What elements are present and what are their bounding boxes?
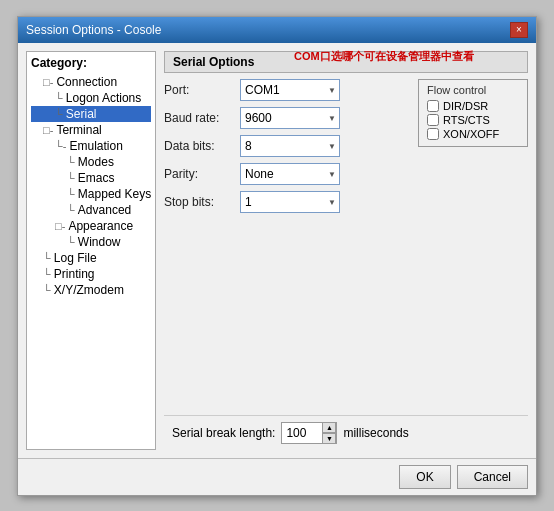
- baud-select-wrapper[interactable]: 9600 19200 38400 57600 115200: [240, 107, 340, 129]
- tree-terminal[interactable]: □- Terminal: [31, 122, 151, 138]
- tree-advanced[interactable]: └ Advanced: [31, 202, 151, 218]
- rts-cts-checkbox[interactable]: [427, 114, 439, 126]
- tree-xyzmodem[interactable]: └ X/Y/Zmodem: [31, 282, 151, 298]
- databits-label: Data bits:: [164, 139, 234, 153]
- tree-mapped-keys[interactable]: └ Mapped Keys: [31, 186, 151, 202]
- stopbits-select-wrapper[interactable]: 1 1.5 2: [240, 191, 340, 213]
- tree-emacs[interactable]: └ Emacs: [31, 170, 151, 186]
- stopbits-row: Stop bits: 1 1.5 2: [164, 191, 410, 213]
- tree-logon-actions[interactable]: └ Logon Actions: [31, 90, 151, 106]
- tree-log-file[interactable]: └ Log File: [31, 250, 151, 266]
- flow-control-title: Flow control: [427, 84, 519, 96]
- cancel-button[interactable]: Cancel: [457, 465, 528, 489]
- form-fields: Port: COM1 COM2 COM3 COM4 Baud rate: [164, 79, 410, 405]
- window-title: Session Options - Cosole: [26, 23, 161, 37]
- xon-xoff-row: XON/XOFF: [427, 128, 519, 140]
- stopbits-select[interactable]: 1 1.5 2: [240, 191, 340, 213]
- title-bar: Session Options - Cosole ×: [18, 17, 536, 43]
- form-area: Port: COM1 COM2 COM3 COM4 Baud rate: [164, 79, 528, 405]
- dir-dsr-checkbox[interactable]: [427, 100, 439, 112]
- port-select[interactable]: COM1 COM2 COM3 COM4: [240, 79, 340, 101]
- serial-break-spinner[interactable]: ▲ ▼: [281, 422, 337, 444]
- tree-printing[interactable]: └ Printing: [31, 266, 151, 282]
- bottom-bar: OK Cancel: [18, 458, 536, 495]
- session-options-dialog: Session Options - Cosole × Category: □- …: [17, 16, 537, 496]
- baud-label: Baud rate:: [164, 111, 234, 125]
- xon-xoff-label: XON/XOFF: [443, 128, 499, 140]
- parity-label: Parity:: [164, 167, 234, 181]
- tree-window[interactable]: └ Window: [31, 234, 151, 250]
- stopbits-label: Stop bits:: [164, 195, 234, 209]
- baud-row: Baud rate: 9600 19200 38400 57600 115200: [164, 107, 410, 129]
- port-row: Port: COM1 COM2 COM3 COM4: [164, 79, 410, 101]
- serial-break-input[interactable]: [282, 423, 322, 443]
- port-label: Port:: [164, 83, 234, 97]
- parity-select-wrapper[interactable]: None Even Odd Mark Space: [240, 163, 340, 185]
- rts-cts-row: RTS/CTS: [427, 114, 519, 126]
- tree-connection[interactable]: □- Connection: [31, 74, 151, 90]
- ok-button[interactable]: OK: [399, 465, 450, 489]
- spinner-buttons: ▲ ▼: [322, 422, 336, 444]
- baud-select[interactable]: 9600 19200 38400 57600 115200: [240, 107, 340, 129]
- spinner-up[interactable]: ▲: [322, 422, 336, 433]
- xon-xoff-checkbox[interactable]: [427, 128, 439, 140]
- serial-break-row: Serial break length: ▲ ▼ milliseconds: [164, 415, 528, 450]
- category-label: Category:: [31, 56, 151, 70]
- databits-select[interactable]: 8 7 6 5: [240, 135, 340, 157]
- close-button[interactable]: ×: [510, 22, 528, 38]
- parity-select[interactable]: None Even Odd Mark Space: [240, 163, 340, 185]
- dirsdr-row: DIR/DSR: [427, 100, 519, 112]
- databits-select-wrapper[interactable]: 8 7 6 5: [240, 135, 340, 157]
- milliseconds-label: milliseconds: [343, 426, 408, 440]
- port-select-wrapper[interactable]: COM1 COM2 COM3 COM4: [240, 79, 340, 101]
- tree-emulation[interactable]: └- Emulation: [31, 138, 151, 154]
- flow-control-box: Flow control DIR/DSR RTS/CTS XON/XOFF: [418, 79, 528, 147]
- dir-dsr-label: DIR/DSR: [443, 100, 488, 112]
- parity-row: Parity: None Even Odd Mark Space: [164, 163, 410, 185]
- flow-control-area: Flow control DIR/DSR RTS/CTS XON/XOFF: [418, 79, 528, 405]
- tree-appearance[interactable]: □- Appearance: [31, 218, 151, 234]
- serial-break-label: Serial break length:: [172, 426, 275, 440]
- right-panel: Serial Options COM口选哪个可在设备管理器中查看 Port: C…: [164, 51, 528, 450]
- databits-row: Data bits: 8 7 6 5: [164, 135, 410, 157]
- window-body: Category: □- Connection └ Logon Actions …: [18, 43, 536, 458]
- rts-cts-label: RTS/CTS: [443, 114, 490, 126]
- tree-modes[interactable]: └ Modes: [31, 154, 151, 170]
- spinner-down[interactable]: ▼: [322, 433, 336, 444]
- category-panel: Category: □- Connection └ Logon Actions …: [26, 51, 156, 450]
- tree-serial[interactable]: └ Serial: [31, 106, 151, 122]
- annotation-area: Serial Options COM口选哪个可在设备管理器中查看: [164, 51, 528, 73]
- com-annotation: COM口选哪个可在设备管理器中查看: [294, 49, 474, 64]
